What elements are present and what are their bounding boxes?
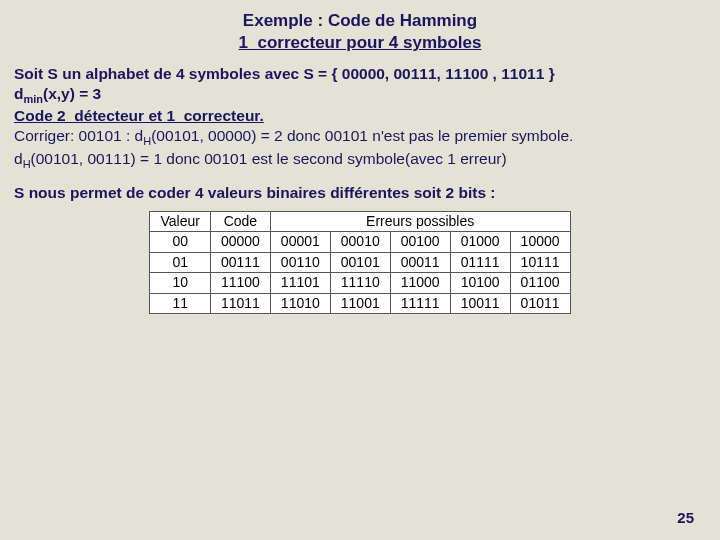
cell: 00111 [210, 252, 270, 273]
th-valeur: Valeur [150, 211, 210, 232]
line-dmin: dmin(x,y) = 3 [14, 85, 101, 102]
cell: 11000 [390, 273, 450, 294]
corr-pre: Corriger: 00101 : d [14, 127, 143, 144]
cell: 00010 [330, 232, 390, 253]
th-erreurs: Erreurs possibles [270, 211, 570, 232]
th-code: Code [210, 211, 270, 232]
cell: 00100 [390, 232, 450, 253]
corr-post: (00101, 00000) = 2 donc 00101 n'est pas … [151, 127, 573, 144]
table-row: 11 11011 11010 11001 11111 10011 01011 [150, 293, 570, 314]
title-line1: Exemple : Code de Hamming [243, 11, 477, 30]
cell: 00101 [330, 252, 390, 273]
cell: 11101 [270, 273, 330, 294]
line-corriger: Corriger: 00101 : dH(00101, 00000) = 2 d… [14, 127, 573, 144]
cell: 10100 [450, 273, 510, 294]
cell: 11001 [330, 293, 390, 314]
cell: 01000 [450, 232, 510, 253]
cell: 00110 [270, 252, 330, 273]
line-code-type: Code 2_détecteur et 1_correcteur. [14, 107, 264, 124]
cell: 11 [150, 293, 210, 314]
cell: 00000 [210, 232, 270, 253]
slide-title: Exemple : Code de Hamming 1_correcteur p… [14, 10, 706, 54]
error-table: Valeur Code Erreurs possibles 00 00000 0… [149, 211, 570, 315]
cell: 11010 [270, 293, 330, 314]
slide: Exemple : Code de Hamming 1_correcteur p… [0, 0, 720, 540]
line-dh2: dH(00101, 00111) = 1 donc 00101 est le s… [14, 150, 507, 167]
cell: 01011 [510, 293, 570, 314]
title-line2: 1_correcteur pour 4 symboles [239, 33, 482, 52]
cell: 11011 [210, 293, 270, 314]
slide-body: Soit S un alphabet de 4 symboles avec S … [14, 64, 706, 314]
cell: 00011 [390, 252, 450, 273]
cell: 10011 [450, 293, 510, 314]
table-row: 00 00000 00001 00010 00100 01000 10000 [150, 232, 570, 253]
dh2-pre: d [14, 150, 23, 167]
dmin-sub: min [23, 93, 43, 105]
cell: 00 [150, 232, 210, 253]
dmin-post: (x,y) = 3 [43, 85, 101, 102]
table-row: 01 00111 00110 00101 00011 01111 10111 [150, 252, 570, 273]
cell: 00001 [270, 232, 330, 253]
cell: 10 [150, 273, 210, 294]
corr-sub: H [143, 135, 151, 147]
dh2-post: (00101, 00111) = 1 donc 00101 est le sec… [31, 150, 507, 167]
page-number: 25 [677, 509, 694, 526]
cell: 11111 [390, 293, 450, 314]
dh2-sub: H [23, 158, 31, 170]
cell: 11110 [330, 273, 390, 294]
line-coding: S nous permet de coder 4 valeurs binaire… [14, 184, 496, 201]
line-alphabet: Soit S un alphabet de 4 symboles avec S … [14, 65, 555, 82]
cell: 10000 [510, 232, 570, 253]
table-header-row: Valeur Code Erreurs possibles [150, 211, 570, 232]
cell: 11100 [210, 273, 270, 294]
cell: 10111 [510, 252, 570, 273]
table-row: 10 11100 11101 11110 11000 10100 01100 [150, 273, 570, 294]
cell: 01111 [450, 252, 510, 273]
cell: 01100 [510, 273, 570, 294]
cell: 01 [150, 252, 210, 273]
